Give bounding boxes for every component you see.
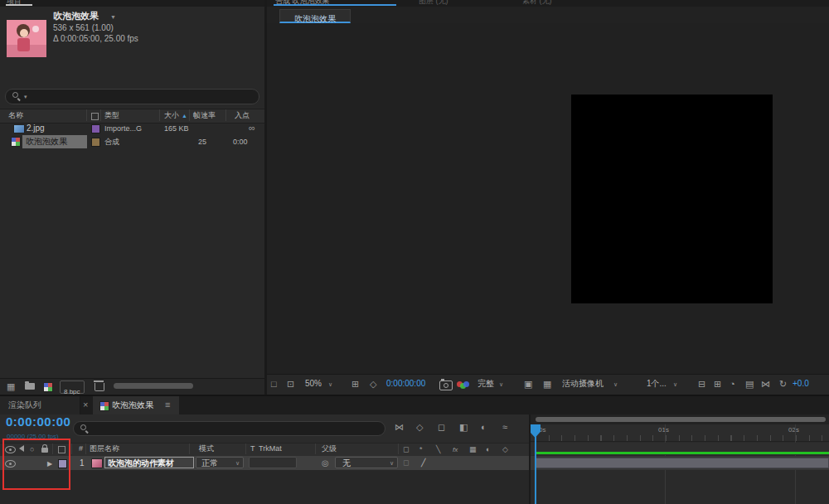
mask-visibility-icon[interactable]: ◇: [370, 380, 376, 389]
column-header-inpoint[interactable]: 入点: [235, 111, 250, 120]
column-separator[interactable]: [85, 443, 86, 454]
viewer-tab[interactable]: 吹泡泡效果: [279, 9, 351, 23]
panel-menu-icon[interactable]: ≡: [165, 400, 170, 410]
view-layout-dropdown[interactable]: 1个...: [647, 379, 667, 389]
frame-blending-icon[interactable]: ◧: [459, 423, 468, 432]
render-queue-tab[interactable]: 渲染队列: [0, 396, 80, 414]
column-separator[interactable]: [189, 109, 190, 121]
graph-editor-icon[interactable]: ≈: [502, 423, 507, 432]
dropdown-caret-icon[interactable]: ∨: [328, 381, 332, 388]
blend-mode-dropdown[interactable]: 正常 ∨: [196, 457, 244, 468]
pixel-aspect-correction-icon[interactable]: ⊞: [714, 380, 721, 389]
composition-canvas[interactable]: [571, 94, 773, 303]
column-header-framerate[interactable]: 帧速率: [193, 111, 216, 120]
item-dropdown-caret-icon[interactable]: ▼: [110, 14, 116, 21]
project-row-2jpg[interactable]: 2.jpg Importe...G 165 KB ∞: [0, 122, 264, 135]
column-separator[interactable]: [189, 443, 190, 454]
project-row-composition[interactable]: 吹泡泡效果 合成 25 0:00: [0, 135, 264, 148]
exposure-value[interactable]: +0.0: [793, 379, 809, 389]
column-header-type[interactable]: 类型: [104, 111, 119, 120]
column-header-trkmat[interactable]: TrkMat: [259, 444, 282, 453]
timeline-search-input[interactable]: [102, 423, 383, 436]
3d-header-icon[interactable]: ◇: [502, 445, 508, 454]
comp-mini-flowchart-icon[interactable]: ⋈: [395, 423, 404, 432]
snapshot-icon[interactable]: [439, 380, 453, 390]
primary-viewer-icon[interactable]: ⊡: [287, 380, 294, 389]
new-folder-icon[interactable]: [25, 383, 35, 390]
item-name[interactable]: 2.jpg: [27, 124, 45, 133]
label-color-chip[interactable]: [91, 124, 100, 133]
project-search-input[interactable]: [34, 90, 257, 104]
project-item-name[interactable]: 吹泡泡效果: [53, 11, 99, 21]
timeline-button-icon[interactable]: ▤: [745, 380, 754, 389]
trkmat-dropdown[interactable]: [249, 457, 297, 468]
column-separator[interactable]: [225, 109, 226, 121]
column-header-parent[interactable]: 父级: [322, 444, 337, 453]
layer-duration-bar[interactable]: [536, 458, 829, 468]
timeline-comp-tab[interactable]: 吹泡泡效果 ≡: [93, 396, 179, 414]
dropdown-caret-icon[interactable]: ∨: [613, 381, 618, 388]
close-tab-icon[interactable]: ×: [83, 400, 88, 410]
column-separator[interactable]: [100, 109, 101, 121]
motion-blur-icon[interactable]: ◐: [481, 423, 487, 432]
motion-blur-header-icon[interactable]: ◐: [486, 445, 490, 454]
time-navigator-handle[interactable]: [536, 417, 826, 422]
item-name[interactable]: 吹泡泡效果: [26, 137, 67, 147]
shy-header-icon[interactable]: ◻: [403, 445, 409, 454]
item-size: 165 KB: [164, 124, 189, 133]
region-of-interest-icon[interactable]: ▣: [524, 380, 532, 389]
bit-depth-button[interactable]: 8 bpc: [60, 380, 85, 394]
timeline-search-box[interactable]: [73, 421, 385, 436]
sort-ascending-icon[interactable]: ▲: [182, 113, 187, 119]
new-composition-icon[interactable]: [43, 382, 53, 392]
project-hscrollbar[interactable]: [114, 383, 193, 389]
layer-panel-tab[interactable]: 图层 (无): [419, 0, 477, 7]
column-header-layername[interactable]: 图层名称: [90, 444, 119, 453]
collapse-header-icon[interactable]: *: [419, 445, 423, 454]
fast-previews-icon[interactable]: ◔: [730, 380, 735, 389]
footage-panel-tab[interactable]: 素材 (无): [522, 0, 580, 7]
current-time-display[interactable]: 0:00:00:00: [6, 417, 70, 427]
column-header-mode[interactable]: 模式: [199, 444, 214, 453]
label-color-chip[interactable]: [91, 138, 100, 147]
column-separator[interactable]: [159, 109, 160, 121]
layer-shy-toggle-icon[interactable]: ◻: [403, 458, 409, 468]
column-header-t[interactable]: T: [250, 444, 255, 453]
ruler-ticks: [536, 435, 829, 441]
column-separator[interactable]: [245, 443, 246, 454]
resolution-dropdown[interactable]: 完整: [478, 379, 494, 389]
hide-shy-layers-icon[interactable]: ◻: [438, 423, 445, 432]
parent-pickwhip-icon[interactable]: ◎: [322, 458, 329, 468]
search-options-caret-icon[interactable]: ▾: [24, 94, 27, 100]
column-separator[interactable]: [315, 443, 316, 454]
label-column-icon[interactable]: [91, 113, 99, 120]
reset-exposure-icon[interactable]: ↻: [779, 380, 787, 389]
dropdown-caret-icon[interactable]: ∨: [673, 381, 677, 388]
column-separator[interactable]: [71, 443, 72, 454]
preview-time[interactable]: 0:00:00:00: [386, 379, 425, 389]
column-header-name[interactable]: 名称: [8, 111, 23, 120]
fx-header-icon[interactable]: fx: [453, 445, 458, 454]
dropdown-caret-icon[interactable]: ∨: [499, 381, 503, 388]
quality-header-icon[interactable]: ╲: [436, 445, 440, 454]
column-separator[interactable]: [86, 109, 87, 121]
always-preview-icon[interactable]: □: [271, 380, 277, 389]
column-separator[interactable]: [398, 443, 399, 454]
comp-flowchart-icon[interactable]: ⋈: [761, 380, 770, 389]
parent-dropdown[interactable]: 无 ∨: [335, 457, 398, 468]
layer-quality-toggle-icon[interactable]: ╱: [421, 458, 425, 468]
layer-name-box[interactable]: 吹泡泡的动作素材: [104, 457, 194, 468]
zoom-dropdown[interactable]: 50%: [305, 379, 322, 389]
draft-3d-icon[interactable]: ◇: [416, 423, 423, 432]
frame-blend-header-icon[interactable]: ▦: [469, 445, 477, 454]
transparency-grid-icon[interactable]: ▦: [543, 380, 551, 389]
delete-icon[interactable]: [95, 383, 104, 391]
grid-options-icon[interactable]: ⊞: [351, 380, 359, 389]
camera-dropdown[interactable]: 活动摄像机: [562, 379, 604, 389]
project-search-box[interactable]: ▾: [5, 89, 259, 104]
column-header-size[interactable]: 大小: [164, 111, 179, 120]
channel-icon[interactable]: [457, 380, 471, 389]
column-header-index[interactable]: #: [79, 444, 83, 453]
share-view-icon[interactable]: ⊟: [698, 380, 705, 389]
interpret-footage-icon[interactable]: ▦: [7, 382, 15, 391]
